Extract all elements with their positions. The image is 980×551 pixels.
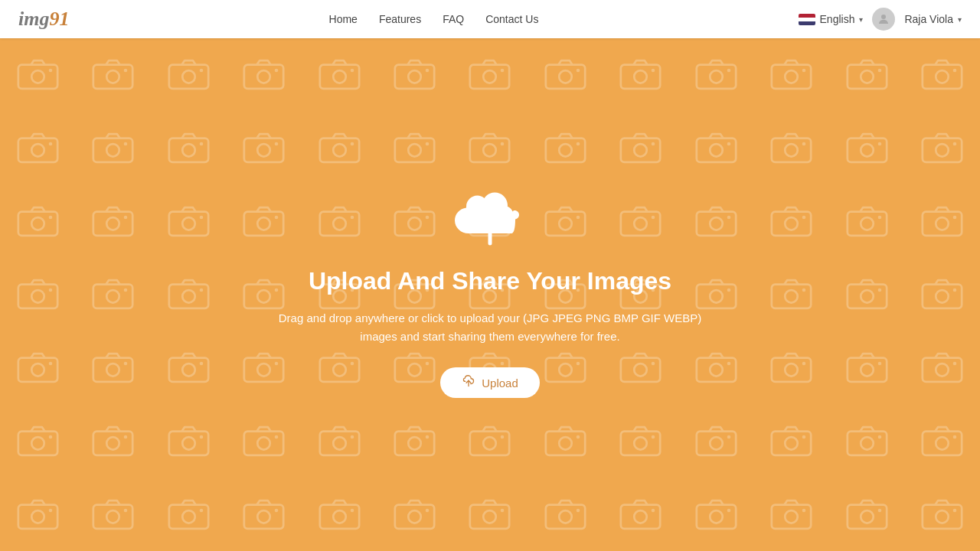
- camera-cell: [377, 38, 452, 112]
- nav-features[interactable]: Features: [379, 13, 421, 25]
- svg-rect-13: [319, 65, 358, 89]
- language-selector[interactable]: English ▾: [799, 13, 864, 25]
- camera-cell: [603, 38, 678, 112]
- user-name: Raja Viola: [904, 13, 953, 25]
- camera-cell: [75, 38, 150, 112]
- hero-title: Upload And Share Your Images: [309, 267, 671, 295]
- hero-content: Upload And Share Your Images Drag and dr…: [260, 191, 720, 398]
- camera-cell: [829, 331, 904, 405]
- svg-rect-43: [93, 139, 132, 162]
- camera-cell: [151, 184, 226, 258]
- svg-rect-247: [319, 504, 358, 528]
- camera-cell: [151, 478, 226, 551]
- language-chevron: ▾: [859, 15, 863, 24]
- svg-point-212: [408, 437, 421, 450]
- svg-rect-226: [772, 432, 811, 455]
- svg-point-35: [861, 70, 874, 83]
- svg-point-225: [727, 435, 731, 439]
- svg-point-248: [333, 510, 346, 523]
- camera-cell: [528, 38, 603, 112]
- svg-point-51: [275, 142, 279, 146]
- svg-point-5: [106, 70, 119, 83]
- svg-rect-82: [93, 211, 132, 235]
- nav-home[interactable]: Home: [329, 13, 358, 25]
- svg-point-11: [257, 70, 270, 83]
- svg-point-203: [182, 437, 195, 450]
- svg-point-200: [106, 437, 119, 450]
- camera-cell: [151, 331, 226, 405]
- svg-rect-163: [168, 358, 207, 382]
- camera-cell: [377, 112, 452, 185]
- camera-cell: [377, 405, 452, 478]
- camera-cell: [377, 478, 452, 551]
- svg-rect-34: [848, 65, 887, 89]
- svg-point-207: [275, 435, 279, 439]
- svg-rect-31: [772, 65, 811, 89]
- svg-point-38: [936, 70, 949, 83]
- upload-button[interactable]: Upload: [440, 367, 540, 398]
- camera-cell: [226, 405, 301, 478]
- user-chevron: ▾: [958, 15, 962, 24]
- svg-rect-160: [93, 358, 132, 382]
- svg-point-29: [710, 70, 723, 83]
- svg-point-3: [48, 69, 52, 73]
- svg-point-162: [124, 362, 128, 366]
- svg-point-161: [106, 364, 119, 377]
- svg-point-59: [484, 144, 497, 157]
- svg-point-119: [31, 290, 44, 303]
- svg-rect-52: [319, 139, 358, 162]
- language-label: English: [820, 13, 855, 25]
- svg-point-257: [559, 510, 572, 523]
- svg-point-209: [333, 437, 346, 450]
- svg-point-251: [408, 510, 421, 523]
- avatar: [872, 8, 895, 31]
- svg-rect-22: [546, 65, 585, 89]
- svg-point-50: [257, 144, 270, 157]
- svg-rect-148: [772, 285, 811, 308]
- svg-point-245: [257, 510, 270, 523]
- logo[interactable]: img91: [18, 8, 69, 31]
- svg-rect-121: [93, 285, 132, 308]
- camera-cell: [452, 405, 528, 478]
- svg-point-228: [802, 435, 806, 439]
- svg-point-108: [727, 215, 731, 219]
- svg-rect-28: [697, 65, 736, 89]
- nav-contact[interactable]: Contact Us: [485, 13, 538, 25]
- svg-rect-205: [244, 432, 283, 455]
- svg-rect-112: [848, 211, 887, 235]
- svg-point-77: [936, 144, 949, 157]
- svg-rect-67: [697, 139, 736, 162]
- svg-rect-118: [18, 285, 57, 308]
- svg-rect-7: [168, 65, 207, 89]
- svg-rect-199: [93, 432, 132, 455]
- svg-point-0: [881, 15, 886, 19]
- svg-point-263: [710, 510, 723, 523]
- svg-point-114: [878, 215, 882, 219]
- svg-point-117: [953, 215, 957, 219]
- user-menu[interactable]: Raja Viola ▾: [904, 13, 962, 25]
- camera-cell: [75, 478, 150, 551]
- svg-rect-211: [395, 432, 434, 455]
- svg-rect-214: [470, 432, 509, 455]
- svg-point-224: [710, 437, 723, 450]
- svg-point-218: [559, 437, 572, 450]
- svg-point-231: [878, 435, 882, 439]
- svg-point-234: [953, 435, 957, 439]
- svg-point-236: [31, 510, 44, 523]
- camera-cell: [302, 38, 377, 112]
- svg-point-186: [727, 362, 731, 366]
- camera-cell: [905, 258, 980, 331]
- svg-point-222: [652, 435, 655, 439]
- svg-rect-244: [244, 504, 283, 528]
- svg-point-272: [936, 510, 949, 523]
- svg-point-48: [199, 142, 203, 146]
- nav-faq[interactable]: FAQ: [443, 13, 464, 25]
- camera-cell: [0, 112, 75, 185]
- camera-cell: [754, 478, 829, 551]
- svg-rect-229: [848, 432, 887, 455]
- svg-point-270: [878, 508, 882, 512]
- svg-rect-271: [923, 504, 962, 528]
- svg-point-126: [199, 289, 203, 292]
- camera-cell: [678, 405, 753, 478]
- svg-point-150: [802, 289, 806, 292]
